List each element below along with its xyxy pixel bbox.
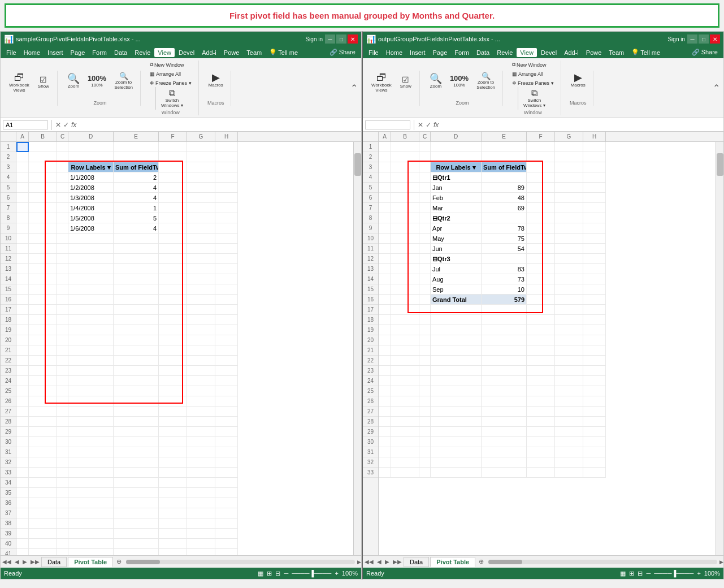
right-cell-C26[interactable] [419,396,431,407]
right-cell-D23[interactable] [431,366,482,376]
right-macros-btn[interactable]: ▶ Macros [568,71,588,89]
left-menu-devel[interactable]: Devel [175,48,198,57]
right-cell-D1[interactable] [431,142,482,152]
left-cell-B9[interactable] [29,223,57,234]
left-cell-E24[interactable] [114,376,159,386]
left-cell-F4[interactable] [159,172,187,183]
left-cell-E40[interactable] [114,539,159,549]
right-minimize-btn[interactable]: ─ [687,34,697,44]
left-cell-F6[interactable] [159,193,187,203]
left-cell-G1[interactable] [187,142,215,152]
right-cell-A12[interactable] [379,254,391,264]
left-cell-G29[interactable] [187,427,215,437]
right-cell-D28[interactable] [431,417,482,427]
right-cell-D8[interactable]: ⊟Qtr2 [431,213,482,223]
right-cell-C10[interactable] [419,234,431,244]
right-cell-E8[interactable] [482,213,527,223]
left-col-A[interactable]: A [16,132,29,142]
left-cell-F25[interactable] [159,386,187,396]
left-cell-D18[interactable] [68,315,114,325]
right-cell-B26[interactable] [391,396,419,407]
right-cell-A18[interactable] [379,315,391,325]
right-cell-B23[interactable] [391,366,419,376]
left-cell-E33[interactable] [114,468,159,478]
left-cell-A11[interactable] [16,244,29,254]
left-cell-F37[interactable] [159,508,187,518]
left-cell-A37[interactable] [16,508,29,518]
right-signin[interactable]: Sign in [667,36,685,42]
right-cell-B10[interactable] [391,234,419,244]
right-cell-F31[interactable] [527,447,555,457]
left-cell-G34[interactable] [187,478,215,488]
left-cell-E7[interactable]: 1 [114,203,159,213]
left-cell-H7[interactable] [215,203,238,213]
right-cell-E26[interactable] [482,396,527,407]
right-cell-F14[interactable] [527,274,555,284]
left-col-E[interactable]: E [114,132,159,142]
right-cell-G21[interactable] [555,345,583,356]
right-cell-F7[interactable] [527,203,555,213]
right-cell-G24[interactable] [555,376,583,386]
left-cell-F24[interactable] [159,376,187,386]
left-cell-D39[interactable] [68,529,114,539]
left-workbook-views-btn[interactable]: 🗗 Workbook Views [6,71,32,94]
right-cell-A13[interactable] [379,264,391,274]
right-formula-input[interactable] [441,122,721,128]
left-cell-B12[interactable] [29,254,57,264]
right-cell-G14[interactable] [555,274,583,284]
right-cell-F24[interactable] [527,376,555,386]
left-cell-G2[interactable] [187,152,215,162]
right-cancel-icon[interactable]: ✕ [418,121,423,129]
left-cell-G4[interactable] [187,172,215,183]
right-menu-home[interactable]: Home [383,48,406,57]
left-cell-G9[interactable] [187,223,215,234]
left-menu-tellme[interactable]: 💡 Tell me [266,47,301,57]
left-cell-B18[interactable] [29,315,57,325]
right-confirm-icon[interactable]: ✓ [426,121,431,129]
left-cell-A36[interactable] [16,498,29,508]
left-cell-G10[interactable] [187,234,215,244]
right-cell-F2[interactable] [527,152,555,162]
right-cell-H2[interactable] [583,152,606,162]
left-cell-A27[interactable] [16,407,29,417]
right-arrange-btn[interactable]: ▦ Arrange All [510,70,556,78]
right-cell-B25[interactable] [391,386,419,396]
right-switch-btn[interactable]: ⧉ Switch Windows ▾ [521,87,548,110]
right-cell-C7[interactable] [419,203,431,213]
left-cell-F3[interactable] [159,162,187,172]
left-col-F[interactable]: F [159,132,187,142]
left-col-H[interactable]: H [215,132,238,142]
left-cell-F1[interactable] [159,142,187,152]
left-show-btn[interactable]: ☑ Show [34,74,53,90]
right-cell-D3[interactable]: Row Labels ▾ [431,162,482,172]
left-cell-B29[interactable] [29,427,57,437]
left-cell-F9[interactable] [159,223,187,234]
left-cell-B36[interactable] [29,498,57,508]
left-cell-D33[interactable] [68,468,114,478]
left-cell-G3[interactable] [187,162,215,172]
left-cell-B14[interactable] [29,274,57,284]
left-cell-G39[interactable] [187,529,215,539]
right-cell-B13[interactable] [391,264,419,274]
left-cell-G32[interactable] [187,457,215,468]
right-close-btn[interactable]: ✕ [710,34,720,44]
left-cell-E25[interactable] [114,386,159,396]
left-cell-C8[interactable] [57,213,68,223]
left-cell-E27[interactable] [114,407,159,417]
right-col-B[interactable]: B [391,132,419,142]
right-cell-F4[interactable] [527,172,555,183]
left-cell-E16[interactable] [114,295,159,305]
left-cell-F35[interactable] [159,488,187,498]
right-zoom-slider[interactable]: ────▐──── [654,570,693,577]
left-cell-D41[interactable] [68,549,114,555]
right-cell-H33[interactable] [583,468,606,478]
left-cell-B26[interactable] [29,396,57,407]
right-cell-E18[interactable] [482,315,527,325]
left-cell-C31[interactable] [57,447,68,457]
right-cell-F20[interactable] [527,335,555,345]
left-cell-D28[interactable] [68,417,114,427]
right-col-H[interactable]: H [583,132,606,142]
left-cell-D1[interactable] [68,142,114,152]
left-cell-H29[interactable] [215,427,238,437]
left-cell-C6[interactable] [57,193,68,203]
